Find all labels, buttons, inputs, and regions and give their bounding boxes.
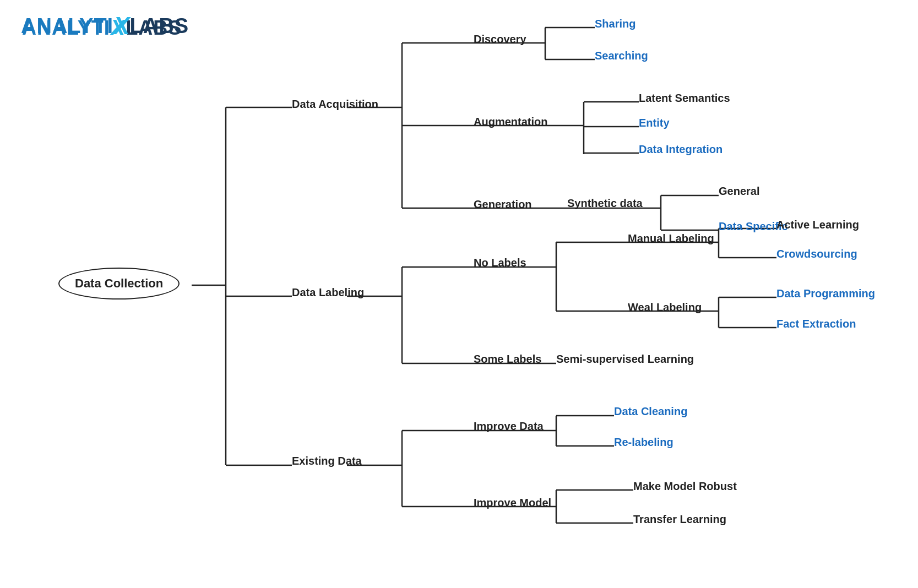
no-labels-node: No Labels — [474, 257, 526, 269]
discovery-node: Discovery — [474, 33, 526, 46]
improve-data-node: Improve Data — [474, 420, 544, 433]
relabeling-node: Re-labeling — [614, 436, 673, 449]
diagram: Data Collection Data Acquisition Data La… — [0, 0, 918, 588]
data-cleaning-node: Data Cleaning — [614, 405, 687, 418]
transfer-learning-node: Transfer Learning — [633, 513, 726, 526]
generation-node: Generation — [474, 198, 532, 211]
entity-node: Entity — [639, 117, 670, 129]
logo-text-x: X — [113, 12, 129, 40]
root-node: Data Collection — [58, 268, 180, 300]
latent-semantics-node: Latent Semantics — [639, 92, 730, 105]
data-acquisition-node: Data Acquisition — [292, 98, 378, 111]
crowdsourcing-node: Crowdsourcing — [776, 248, 857, 260]
some-labels-node: Some Labels — [474, 353, 541, 366]
data-programming-node: Data Programming — [776, 287, 875, 300]
existing-data-node: Existing Data — [292, 455, 362, 467]
synthetic-data-node: Synthetic data — [567, 197, 643, 210]
general-node: General — [719, 185, 759, 198]
logo-text-labs: LABS — [130, 14, 189, 38]
logo-text-analytic: ANALYTI — [21, 14, 113, 38]
weal-labeling-node: Weal Labeling — [628, 301, 702, 314]
improve-model-node: Improve Model — [474, 497, 551, 509]
data-labeling-node: Data Labeling — [292, 286, 364, 299]
active-learning-node: Active Learning — [776, 219, 859, 231]
searching-node: Searching — [595, 50, 648, 62]
manual-labeling-node: Manual Labeling — [628, 232, 714, 245]
make-model-robust-node: Make Model Robust — [633, 480, 737, 493]
semi-supervised-node: Semi-supervised Learning — [556, 353, 694, 366]
augmentation-node: Augmentation — [474, 116, 547, 128]
logo-container: ANALYTI X LABS — [21, 12, 189, 40]
sharing-node: Sharing — [595, 18, 635, 30]
data-integration-node: Data Integration — [639, 143, 723, 156]
fact-extraction-node: Fact Extraction — [776, 318, 856, 330]
